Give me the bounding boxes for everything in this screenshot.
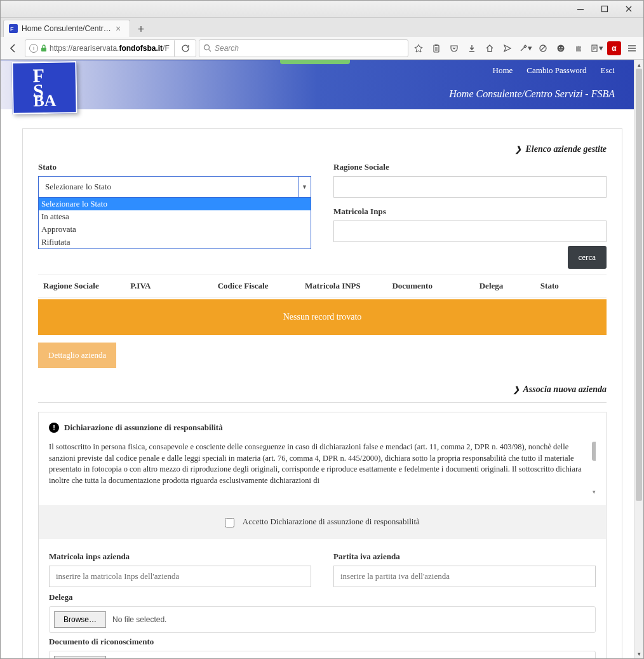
pocket-icon[interactable] bbox=[446, 40, 462, 57]
stato-select[interactable]: Selezionare lo Stato ▼ bbox=[38, 176, 311, 198]
search-box[interactable]: Search bbox=[199, 39, 408, 57]
aziende-table-header: Ragione Sociale P.IVA Codice Fiscale Mat… bbox=[38, 274, 607, 298]
scroll-thumb[interactable] bbox=[636, 69, 642, 501]
no-records-message: Nessun record trovato bbox=[38, 299, 607, 335]
browser-navbar: i https://areariservata.fondofsba.it/F S… bbox=[1, 37, 643, 60]
tab-favicon-icon: F bbox=[9, 24, 18, 33]
stato-option[interactable]: Approvata bbox=[39, 223, 311, 236]
url-bar[interactable]: i https://areariservata.fondofsba.it/F bbox=[25, 39, 196, 57]
th-codice-fiscale: Codice Fiscale bbox=[218, 281, 305, 291]
ragione-sociale-input[interactable] bbox=[333, 176, 607, 198]
stato-option[interactable]: In attesa bbox=[39, 210, 311, 223]
documento-file-row: Browse… No file selected. bbox=[49, 651, 596, 658]
browser-tabs: F Home Consulente/Centro... × + bbox=[1, 18, 643, 37]
svg-point-5 bbox=[205, 45, 210, 50]
new-tab-button[interactable]: + bbox=[133, 22, 149, 37]
piva-azienda-label: Partita iva azienda bbox=[333, 552, 596, 562]
th-stato: Stato bbox=[540, 281, 601, 291]
stato-option[interactable]: Selezionare lo Stato bbox=[39, 198, 311, 210]
tab-title: Home Consulente/Centro... bbox=[22, 24, 112, 33]
face-icon[interactable] bbox=[553, 40, 568, 57]
nav-change-password-link[interactable]: Cambio Password bbox=[527, 65, 586, 76]
declaration-panel: ! Dichiarazione di assunzione di respons… bbox=[38, 412, 607, 658]
th-piva: P.IVA bbox=[130, 281, 217, 291]
search-placeholder: Search bbox=[215, 44, 239, 53]
scroll-down-icon[interactable]: ▾ bbox=[591, 489, 596, 494]
th-ragione-sociale: Ragione Sociale bbox=[43, 281, 130, 291]
scroll-thumb[interactable] bbox=[592, 442, 596, 461]
delega-file-row: Browse… No file selected. bbox=[49, 606, 596, 633]
bookmark-star-icon[interactable] bbox=[411, 40, 426, 57]
svg-point-9 bbox=[558, 44, 565, 51]
declaration-text[interactable]: Il sottoscritto in persona fisica, consa… bbox=[49, 442, 596, 494]
window-minimize-button[interactable] bbox=[568, 3, 593, 15]
site-header: Home Cambio Password Esci Home Consulent… bbox=[1, 60, 634, 109]
browser-tab-active[interactable]: F Home Consulente/Centro... × bbox=[3, 20, 130, 37]
nohup-icon[interactable] bbox=[535, 40, 551, 57]
cerca-button[interactable]: cerca bbox=[568, 246, 607, 269]
window-maximize-button[interactable] bbox=[593, 3, 617, 15]
declaration-scrollbar[interactable]: ▴ ▾ bbox=[591, 442, 596, 494]
delega-label: Delega bbox=[49, 592, 596, 602]
padlock-icon bbox=[41, 44, 47, 52]
home-icon[interactable] bbox=[482, 40, 497, 57]
tab-close-icon[interactable]: × bbox=[116, 24, 124, 34]
download-icon[interactable] bbox=[464, 40, 480, 57]
matricola-inps-input[interactable] bbox=[333, 221, 607, 242]
matricola-inps-label: Matricola Inps bbox=[333, 207, 607, 217]
svg-text:F: F bbox=[10, 26, 14, 32]
th-delega: Delega bbox=[480, 281, 540, 291]
reload-button[interactable] bbox=[174, 39, 192, 57]
page-scrollbar[interactable]: ▴ ▾ bbox=[634, 60, 643, 658]
chevron-down-icon: ❯ bbox=[513, 385, 520, 394]
window-close-button[interactable] bbox=[617, 3, 641, 15]
declaration-title: ! Dichiarazione di assunzione di respons… bbox=[49, 423, 596, 433]
svg-rect-4 bbox=[41, 48, 46, 51]
hamburger-menu-icon[interactable] bbox=[624, 40, 640, 57]
elenco-aziende-heading[interactable]: ❯ Elenco aziende gestite bbox=[38, 140, 607, 162]
stato-option[interactable]: Rifiutata bbox=[39, 236, 311, 248]
svg-point-11 bbox=[561, 47, 563, 48]
delega-browse-button[interactable]: Browse… bbox=[54, 611, 106, 628]
window-titlebar bbox=[1, 1, 643, 18]
stato-dropdown: Selezionare lo Stato In attesa Approvata… bbox=[38, 198, 311, 249]
associa-azienda-heading[interactable]: ❯ Associa nuova azienda bbox=[38, 381, 607, 402]
scroll-down-icon[interactable]: ▾ bbox=[634, 649, 643, 658]
svg-rect-0 bbox=[577, 9, 584, 10]
accept-declaration-checkbox[interactable] bbox=[225, 518, 234, 527]
scroll-up-icon[interactable]: ▴ bbox=[634, 60, 643, 69]
page-viewport: Home Cambio Password Esci Home Consulent… bbox=[1, 60, 643, 658]
dettaglio-azienda-button[interactable]: Dettaglio azienda bbox=[38, 343, 116, 368]
search-icon bbox=[203, 44, 211, 52]
th-documento: Documento bbox=[392, 281, 479, 291]
nav-exit-link[interactable]: Esci bbox=[601, 65, 615, 76]
dropper-icon[interactable]: ▾ bbox=[518, 40, 533, 57]
green-accent bbox=[280, 60, 350, 64]
stato-label: Stato bbox=[38, 162, 311, 172]
nav-home-link[interactable]: Home bbox=[493, 65, 513, 76]
delega-file-status: No file selected. bbox=[112, 615, 166, 624]
matricola-azienda-input[interactable] bbox=[49, 566, 311, 587]
stato-select-value: Selezionare lo Stato bbox=[45, 182, 111, 192]
puzzle-icon[interactable] bbox=[571, 40, 586, 57]
accept-declaration-label: Accetto Dichiarazione di assunzione di r… bbox=[243, 517, 420, 526]
clipboard-icon[interactable] bbox=[429, 40, 444, 57]
accept-declaration-row: Accetto Dichiarazione di assunzione di r… bbox=[39, 505, 606, 539]
chevron-down-icon: ❯ bbox=[515, 145, 521, 154]
avira-icon[interactable]: α bbox=[607, 40, 622, 57]
th-matricola-inps: Matricola INPS bbox=[305, 281, 392, 291]
ragione-sociale-label: Ragione Sociale bbox=[333, 162, 607, 172]
url-text: https://areariservata.fondofsba.it/F bbox=[50, 44, 171, 53]
piva-azienda-input[interactable] bbox=[333, 566, 596, 587]
documento-label: Documento di riconoscimento bbox=[49, 637, 596, 647]
svg-rect-1 bbox=[602, 6, 608, 12]
matricola-azienda-label: Matricola inps azienda bbox=[49, 552, 311, 562]
send-icon[interactable] bbox=[500, 40, 515, 57]
site-info-icon[interactable]: i bbox=[29, 44, 38, 53]
back-button[interactable] bbox=[4, 39, 22, 57]
notes-icon[interactable]: ▾ bbox=[589, 40, 604, 57]
site-logo[interactable]: F S BA bbox=[12, 62, 81, 119]
documento-browse-button[interactable]: Browse… bbox=[54, 656, 106, 658]
page-title: Home Consulente/Centro Servizi - FSBA bbox=[449, 88, 615, 100]
warning-icon: ! bbox=[49, 423, 59, 433]
